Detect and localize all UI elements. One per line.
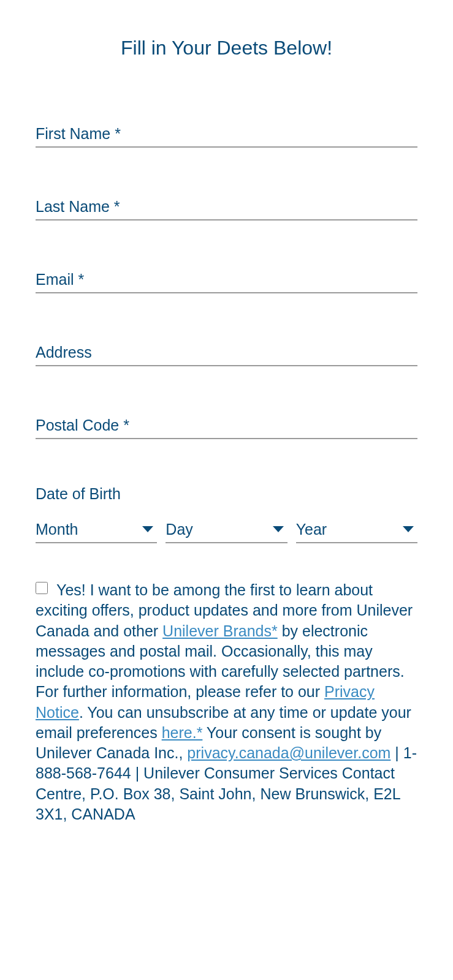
last-name-field-wrap: Last Name *	[36, 194, 417, 221]
month-select-text: Month	[36, 521, 78, 538]
chevron-down-icon	[142, 526, 153, 532]
postal-code-input[interactable]	[36, 412, 417, 438]
chevron-down-icon	[273, 526, 284, 532]
address-input[interactable]	[36, 339, 417, 365]
preferences-here-link[interactable]: here.*	[162, 724, 203, 741]
first-name-input[interactable]	[36, 121, 417, 146]
address-field-wrap: Address	[36, 339, 417, 366]
year-select[interactable]: Year	[296, 516, 417, 543]
postal-code-field-wrap: Postal Code *	[36, 412, 417, 439]
privacy-email-link[interactable]: privacy.canada@unilever.com	[187, 744, 390, 761]
dob-row: Month Day Year	[36, 516, 417, 543]
consent-checkbox[interactable]	[36, 582, 48, 594]
last-name-input[interactable]	[36, 194, 417, 219]
consent-paragraph: Yes! I want to be among the first to lea…	[36, 580, 417, 824]
first-name-field-wrap: First Name *	[36, 121, 417, 148]
day-select-text: Day	[166, 521, 192, 538]
chevron-down-icon	[403, 526, 414, 532]
unilever-brands-link[interactable]: Unilever Brands*	[162, 622, 278, 639]
day-select[interactable]: Day	[166, 516, 287, 543]
dob-label: Date of Birth	[36, 485, 417, 503]
email-input[interactable]	[36, 266, 417, 292]
year-select-text: Year	[296, 521, 327, 538]
email-field-wrap: Email *	[36, 266, 417, 293]
form-title: Fill in Your Deets Below!	[36, 37, 417, 59]
month-select[interactable]: Month	[36, 516, 157, 543]
dob-section: Date of Birth Month Day Year	[36, 485, 417, 543]
